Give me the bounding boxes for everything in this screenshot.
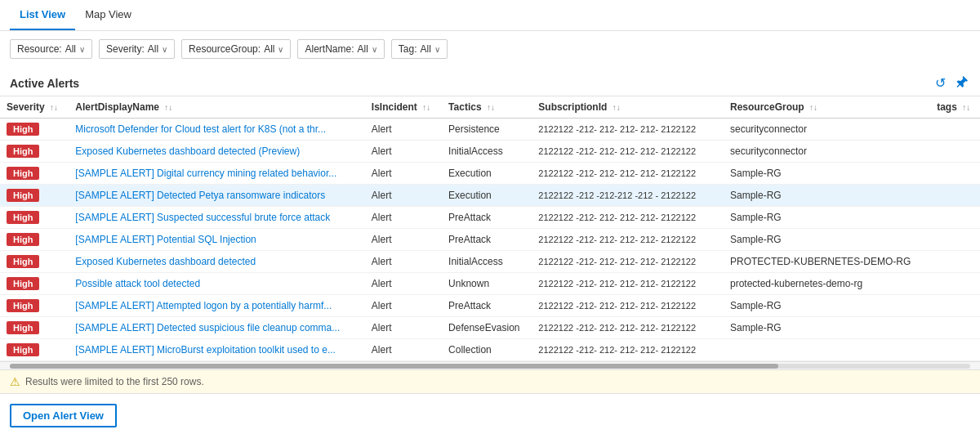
- cell-tactics-5: PreAttack: [442, 229, 532, 251]
- cell-is-incident-3: Alert: [365, 185, 442, 207]
- sort-icon-tactics: ↑↓: [487, 103, 495, 112]
- col-resource-group[interactable]: ResourceGroup ↑↓: [724, 96, 930, 119]
- col-is-incident[interactable]: IsIncident ↑↓: [365, 96, 442, 119]
- alert-name-link[interactable]: [SAMPLE ALERT] Detected suspicious file …: [75, 322, 340, 333]
- filter-tag-label: Tag:: [399, 43, 417, 55]
- alerts-table-wrapper: Severity ↑↓ AlertDisplayName ↑↓ IsIncide…: [0, 96, 980, 361]
- cell-tactics-2: Execution: [442, 163, 532, 185]
- cell-subscription-2: 2122122 -212- 212- 212- 212- 2122122: [532, 163, 724, 185]
- cell-tactics-3: Execution: [442, 185, 532, 207]
- cell-tags-3: [930, 185, 980, 207]
- cell-severity-6: High: [0, 251, 69, 273]
- alert-name-link[interactable]: Exposed Kubernetes dashboard detected: [75, 256, 256, 267]
- horizontal-scrollbar[interactable]: [0, 361, 980, 369]
- warning-icon: ⚠: [10, 375, 20, 388]
- cell-tags-4: [930, 207, 980, 229]
- severity-badge: High: [7, 211, 39, 224]
- table-row[interactable]: High [SAMPLE ALERT] Attempted logon by a…: [0, 295, 980, 317]
- cell-alert-name-3: [SAMPLE ALERT] Detected Petya ransomware…: [69, 185, 365, 207]
- filter-resourcegroup[interactable]: ResourceGroup: All ∨: [181, 39, 291, 59]
- chevron-down-icon: ∨: [372, 45, 377, 54]
- cell-tags-6: [930, 251, 980, 273]
- cell-is-incident-6: Alert: [365, 251, 442, 273]
- cell-resource-group-7: protected-kubernetes-demo-rg: [724, 273, 930, 295]
- severity-badge: High: [7, 321, 39, 334]
- cell-alert-name-1: Exposed Kubernetes dashboard detected (P…: [69, 141, 365, 163]
- cell-resource-group-1: securityconnector: [724, 141, 930, 163]
- cell-alert-name-5: [SAMPLE ALERT] Potential SQL Injection: [69, 229, 365, 251]
- chevron-down-icon: ∨: [278, 45, 283, 54]
- table-row[interactable]: High [SAMPLE ALERT] Detected suspicious …: [0, 317, 980, 339]
- cell-is-incident-5: Alert: [365, 229, 442, 251]
- cell-tags-9: [930, 317, 980, 339]
- table-row[interactable]: High Exposed Kubernetes dashboard detect…: [0, 141, 980, 163]
- cell-is-incident-8: Alert: [365, 295, 442, 317]
- alert-name-link[interactable]: [SAMPLE ALERT] Attempted logon by a pote…: [75, 300, 332, 311]
- alert-name-link[interactable]: Microsoft Defender for Cloud test alert …: [75, 123, 326, 135]
- col-tactics[interactable]: Tactics ↑↓: [442, 96, 532, 119]
- cell-severity-1: High: [0, 141, 69, 163]
- pin-button[interactable]: [954, 74, 970, 92]
- table-row[interactable]: High [SAMPLE ALERT] MicroBurst exploitat…: [0, 339, 980, 361]
- table-row[interactable]: High Exposed Kubernetes dashboard detect…: [0, 251, 980, 273]
- cell-subscription-1: 2122122 -212- 212- 212- 212- 2122122: [532, 141, 724, 163]
- cell-tactics-10: Collection: [442, 339, 532, 361]
- cell-subscription-3: 2122122 -212 -212-212 -212 - 2122122: [532, 185, 724, 207]
- section-header: Active Alerts ↺: [0, 67, 980, 96]
- severity-badge: High: [7, 123, 39, 136]
- col-severity[interactable]: Severity ↑↓: [0, 96, 69, 119]
- cell-tags-2: [930, 163, 980, 185]
- refresh-button[interactable]: ↺: [933, 74, 947, 92]
- cell-severity-9: High: [0, 317, 69, 339]
- cell-severity-5: High: [0, 229, 69, 251]
- filter-tag[interactable]: Tag: All ∨: [391, 39, 448, 59]
- footer-warning: ⚠ Results were limited to the first 250 …: [0, 369, 980, 393]
- severity-badge: High: [7, 343, 39, 356]
- alert-name-link[interactable]: Possible attack tool detected: [75, 278, 200, 289]
- cell-tags-8: [930, 295, 980, 317]
- cell-tactics-1: InitialAccess: [442, 141, 532, 163]
- filter-resource-label: Resource:: [17, 43, 62, 55]
- alert-name-link[interactable]: Exposed Kubernetes dashboard detected (P…: [75, 145, 300, 157]
- cell-severity-7: High: [0, 273, 69, 295]
- col-alert-display-name[interactable]: AlertDisplayName ↑↓: [69, 96, 365, 119]
- tab-map-view[interactable]: Map View: [75, 0, 141, 30]
- severity-badge: High: [7, 299, 39, 312]
- severity-badge: High: [7, 167, 39, 180]
- cell-severity-10: High: [0, 339, 69, 361]
- table-row[interactable]: High Possible attack tool detected Alert…: [0, 273, 980, 295]
- cell-alert-name-6: Exposed Kubernetes dashboard detected: [69, 251, 365, 273]
- filter-resourcegroup-label: ResourceGroup:: [189, 43, 261, 55]
- cell-resource-group-10: [724, 339, 930, 361]
- sort-icon-is-incident: ↑↓: [422, 103, 430, 112]
- alert-name-link[interactable]: [SAMPLE ALERT] Detected Petya ransomware…: [75, 190, 325, 201]
- filter-severity[interactable]: Severity: All ∨: [99, 39, 175, 59]
- alert-name-link[interactable]: [SAMPLE ALERT] Potential SQL Injection: [75, 234, 256, 245]
- open-alert-view-button[interactable]: Open Alert View: [10, 404, 117, 427]
- chevron-down-icon: ∨: [79, 45, 85, 54]
- filter-alertname-label: AlertName:: [305, 43, 354, 55]
- severity-badge: High: [7, 145, 39, 158]
- section-title: Active Alerts: [10, 77, 79, 90]
- filter-resource[interactable]: Resource: All ∨: [10, 39, 92, 59]
- cell-alert-name-9: [SAMPLE ALERT] Detected suspicious file …: [69, 317, 365, 339]
- severity-badge: High: [7, 233, 39, 246]
- alert-name-link[interactable]: [SAMPLE ALERT] MicroBurst exploitation t…: [75, 344, 336, 356]
- filter-alertname[interactable]: AlertName: All ∨: [297, 39, 384, 59]
- table-row[interactable]: High [SAMPLE ALERT] Potential SQL Inject…: [0, 229, 980, 251]
- cell-alert-name-7: Possible attack tool detected: [69, 273, 365, 295]
- table-row[interactable]: High [SAMPLE ALERT] Suspected successful…: [0, 207, 980, 229]
- alert-name-link[interactable]: [SAMPLE ALERT] Suspected successful brut…: [75, 212, 330, 223]
- cell-alert-name-8: [SAMPLE ALERT] Attempted logon by a pote…: [69, 295, 365, 317]
- tab-list-view[interactable]: List View: [10, 0, 75, 30]
- cell-subscription-8: 2122122 -212- 212- 212- 212- 2122122: [532, 295, 724, 317]
- alert-name-link[interactable]: [SAMPLE ALERT] Digital currency mining r…: [75, 168, 336, 179]
- col-subscription-id[interactable]: SubscriptionId ↑↓: [532, 96, 724, 119]
- cell-resource-group-2: Sample-RG: [724, 163, 930, 185]
- cell-tactics-9: DefenseEvasion: [442, 317, 532, 339]
- table-row[interactable]: High [SAMPLE ALERT] Digital currency min…: [0, 163, 980, 185]
- col-tags[interactable]: tags ↑↓: [930, 96, 980, 119]
- table-row[interactable]: High [SAMPLE ALERT] Detected Petya ranso…: [0, 185, 980, 207]
- table-row[interactable]: High Microsoft Defender for Cloud test a…: [0, 119, 980, 141]
- cell-alert-name-2: [SAMPLE ALERT] Digital currency mining r…: [69, 163, 365, 185]
